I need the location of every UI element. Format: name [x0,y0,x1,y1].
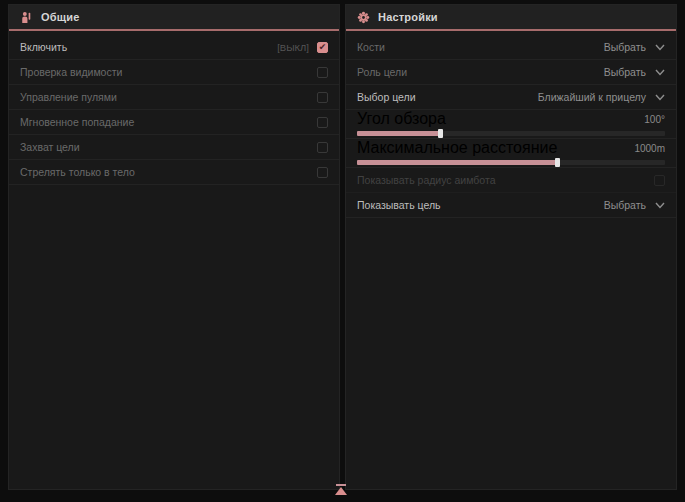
row-bones-select-value: Выбрать [604,41,646,53]
row-target-select-select-value: Ближайший к прицелу [538,91,646,103]
row-enable-checkbox[interactable]: ✔ [317,42,328,53]
row-target-lock-checkbox[interactable] [317,142,328,153]
panel-general-header: Общие [9,5,339,31]
row-fov-label: Угол обзора [357,110,446,128]
row-max-distance-value: 1000m [634,143,665,154]
row-bullet-control-checkbox[interactable] [317,92,328,103]
panel-settings-rows: Кости Выбрать Роль цели Выбрать Выбор це… [346,31,676,218]
row-show-target: Показывать цель Выбрать [346,193,676,218]
row-max-distance-label: Максимальное расстояние [357,139,557,157]
fov-slider[interactable] [357,131,665,136]
chevron-down-icon [655,44,665,51]
row-show-target-select[interactable]: Выбрать [604,199,665,211]
row-bones: Кости Выбрать [346,35,676,60]
max-distance-slider-thumb[interactable] [555,158,560,167]
row-target-select-select[interactable]: Ближайший к прицелу [538,91,665,103]
cursor-arrow [334,484,348,496]
row-enable-state: [ВЫКЛ] [277,42,309,53]
row-instant-hit-checkbox[interactable] [317,117,328,128]
row-fov: Угол обзора 100° [346,110,676,139]
row-show-target-label: Показывать цель [357,199,441,211]
chevron-down-icon [655,69,665,76]
fov-slider-fill [357,131,440,136]
row-enable-label: Включить [20,41,67,53]
panel-settings-header: Настройки [346,5,676,31]
row-instant-hit[interactable]: Мгновенное попадание [9,110,339,135]
row-bullet-control[interactable]: Управление пулями [9,85,339,110]
cursor-arrow-triangle [335,487,347,495]
cursor-arrow-bar [336,484,346,486]
row-fov-value: 100° [644,114,665,125]
row-bullet-control-label: Управление пулями [20,91,117,103]
row-target-select: Выбор цели Ближайший к прицелу [346,85,676,110]
panel-general-title: Общие [41,11,80,23]
gear-icon [356,10,370,24]
max-distance-slider[interactable] [357,160,665,165]
workspace: Общие Включить [ВЫКЛ] ✔ Проверка видимос… [0,0,685,494]
row-show-target-select-value: Выбрать [604,199,646,211]
row-body-only[interactable]: Стрелять только в тело [9,160,339,185]
row-show-aimbot-radius-checkbox[interactable] [654,175,665,186]
panel-general: Общие Включить [ВЫКЛ] ✔ Проверка видимос… [8,4,340,490]
row-target-lock-label: Захват цели [20,141,80,153]
row-instant-hit-label: Мгновенное попадание [20,116,134,128]
chevron-down-icon [655,94,665,101]
row-show-aimbot-radius-label: Показывать радиус аимбота [357,174,496,186]
row-target-role-label: Роль цели [357,66,407,78]
panel-settings: Настройки Кости Выбрать Роль цели Выбрат… [345,4,677,490]
row-body-only-label: Стрелять только в тело [20,166,135,178]
row-target-role-select-value: Выбрать [604,66,646,78]
max-distance-slider-fill [357,160,557,165]
row-target-role-select[interactable]: Выбрать [604,66,665,78]
row-target-lock[interactable]: Захват цели [9,135,339,160]
row-bones-select[interactable]: Выбрать [604,41,665,53]
row-visibility-check[interactable]: Проверка видимости [9,60,339,85]
fov-slider-thumb[interactable] [438,129,443,138]
row-max-distance: Максимальное расстояние 1000m [346,139,676,168]
panel-general-rows: Включить [ВЫКЛ] ✔ Проверка видимости Упр… [9,31,339,185]
row-show-aimbot-radius[interactable]: Показывать радиус аимбота [346,168,676,193]
chevron-down-icon [655,202,665,209]
row-enable[interactable]: Включить [ВЫКЛ] ✔ [9,35,339,60]
row-visibility-check-label: Проверка видимости [20,66,122,78]
row-bones-label: Кости [357,41,385,53]
row-visibility-check-checkbox[interactable] [317,67,328,78]
row-body-only-checkbox[interactable] [317,167,328,178]
panel-settings-title: Настройки [378,11,438,23]
row-target-role: Роль цели Выбрать [346,60,676,85]
row-target-select-label: Выбор цели [357,91,416,103]
person-icon [19,10,33,24]
